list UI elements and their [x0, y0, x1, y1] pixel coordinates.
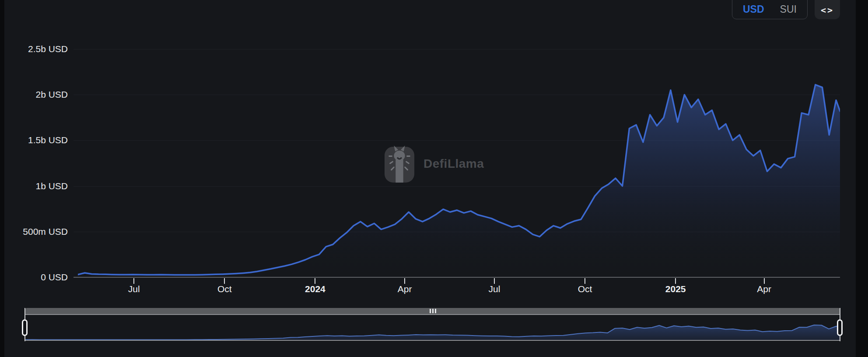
x-axis-label: Oct [578, 284, 592, 294]
embed-button[interactable]: <> [815, 0, 840, 19]
y-axis-label: 2b USD [0, 89, 68, 100]
x-axis-tick [764, 278, 765, 284]
y-axis-label: 1b USD [0, 181, 68, 191]
x-axis-tick [584, 278, 585, 284]
defillama-watermark: DefiLlama [384, 144, 484, 184]
code-icon: <> [821, 5, 834, 19]
y-axis-label: 0 USD [0, 272, 68, 283]
x-axis-tick [494, 278, 495, 284]
x-axis-tick [133, 278, 134, 284]
y-axis-label: 500m USD [0, 226, 68, 237]
x-axis-label: Jul [128, 284, 140, 294]
y-axis-label: 1.5b USD [0, 135, 68, 145]
x-axis-label: 2025 [665, 284, 686, 294]
nav-tvl-area [25, 325, 840, 340]
x-axis-tick [404, 278, 405, 284]
drag-grip-icon[interactable] [430, 309, 436, 313]
navigator-bottom-border [25, 340, 840, 341]
x-axis-tick [315, 278, 315, 284]
x-axis-tick [675, 278, 676, 284]
watermark-text: DefiLlama [424, 157, 484, 171]
x-axis-label: Oct [217, 284, 232, 294]
navigator-left-handle[interactable] [22, 319, 28, 336]
currency-toggle: USD SUI [732, 0, 808, 19]
navigator-right-handle[interactable] [837, 319, 843, 336]
x-axis-label: 2024 [305, 284, 326, 294]
x-axis-label: Jul [489, 284, 500, 294]
x-axis-label: Apr [398, 284, 412, 294]
toggle-sui[interactable]: SUI [780, 0, 797, 14]
x-axis-line [74, 277, 840, 278]
x-axis-label: Apr [757, 284, 771, 294]
chart-page: USD SUI <> 0 USD500m USD1b USD1.5b USD2b… [0, 0, 868, 357]
defillama-logo-icon [384, 144, 415, 184]
x-axis-tick [224, 278, 225, 284]
navigator-mini-chart[interactable] [25, 315, 840, 340]
y-axis-label: 2.5b USD [0, 44, 68, 54]
toggle-usd[interactable]: USD [743, 0, 764, 14]
